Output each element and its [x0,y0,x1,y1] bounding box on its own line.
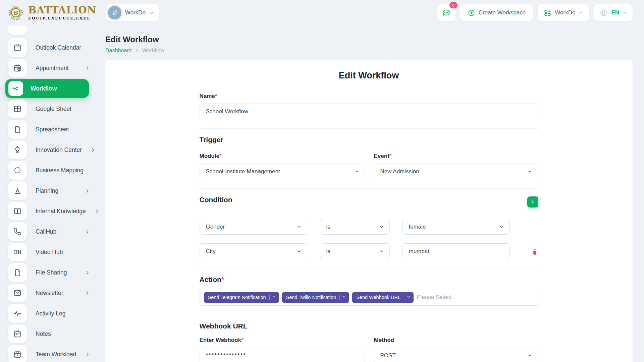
close-icon [407,296,410,299]
workdo-apps-menu[interactable]: WorkDo [538,4,589,21]
sidebar-item-innovation-center[interactable]: Innovation Center [8,140,103,159]
file-icon [8,120,27,139]
module-select[interactable]: School-Institute Management [200,164,365,179]
create-workspace-button[interactable]: Create Workspace [460,4,533,21]
file-icon [8,263,27,282]
chevron-down-icon [379,249,384,254]
webhook-url-input[interactable] [200,348,365,362]
plus-circle-icon [468,9,475,17]
condition-operator-select[interactable]: is [320,243,390,259]
sidebar-item-business-mapping[interactable]: Business Mapping [8,161,103,180]
chevron-right-icon [85,66,90,71]
name-input[interactable] [200,104,538,119]
sidebar-item-video-hub[interactable]: Video Hub [8,243,103,261]
chevron-right-icon [85,188,90,193]
condition-value-input[interactable] [402,243,510,259]
delete-condition-button[interactable] [531,248,538,255]
action-tag-label: Send Telegram Notification [208,295,266,300]
book-icon [8,202,27,221]
activity-icon [8,304,27,323]
sidebar-item-notes[interactable]: Notes [8,324,103,343]
sidebar-item-label: Spreadsheet [36,126,69,133]
trash-icon [531,248,538,255]
condition-field-value: Gender [206,224,225,230]
action-search-input[interactable] [417,294,534,301]
trigger-heading: Trigger [200,136,538,144]
sidebar-item-spreadsheet[interactable]: Spreadsheet [8,120,103,139]
sidebar-item-newsletter[interactable]: Newsletter [8,284,103,302]
breadcrumb: Dashboard Workflow [105,48,644,54]
sidebar-item-label: CallHub [36,228,56,235]
sidebar-item-label: Video Hub [36,249,63,256]
tag-divider [404,295,404,300]
chevron-right-icon [85,352,90,357]
sidebar-item-activity-log[interactable]: Activity Log [8,304,103,323]
action-tag-label: Send Webhook URL [356,295,400,300]
condition-operator-value: is [326,224,330,230]
messenger-button[interactable]: 0 [437,4,455,21]
sidebar-item-google-sheet[interactable]: Google Sheet [8,100,103,118]
sidebar-item-label: Newsletter [36,290,63,297]
language-code: EN [611,9,619,16]
action-heading: Action* [200,276,538,284]
workflow-icon [8,81,23,96]
condition-field-select[interactable]: City [200,243,307,259]
language-selector[interactable]: EN [594,4,633,21]
sidebar-item-callhub[interactable]: CallHub [8,222,103,241]
chevron-down-icon [354,169,359,174]
table-icon [8,100,27,118]
sidebar-item-team-workload[interactable]: Team Workload [8,345,103,362]
sidebar-item-label: Planning [36,187,58,194]
workspace-selector[interactable]: WorkDo [106,4,159,21]
chevron-down-icon [149,10,154,15]
required-mark: * [241,337,244,343]
tag-divider [269,295,270,300]
sidebar-item-appointment[interactable]: Appointment [8,59,103,77]
notification-badge: 0 [449,2,458,8]
chevron-down-icon [528,169,533,174]
sidebar-item-label: Innovation Center [36,146,82,154]
chevron-down-icon [623,10,627,15]
close-icon [342,296,346,299]
tag-divider [339,295,340,300]
edit-workflow-card: Edit Workflow Name* Trigger Module* Scho… [105,60,633,362]
brand-tagline: EQUIP,EXECUTE,EXEL [28,16,96,20]
sidebar-item-outlook-calendar[interactable]: Outlook Calendar [8,38,103,57]
method-select[interactable]: POST [374,348,538,362]
close-icon [272,296,276,299]
enter-webhook-label: Enter Webhook* [200,337,365,344]
mail-icon [8,284,27,302]
chevron-down-icon [297,224,302,229]
breadcrumb-dashboard-link[interactable]: Dashboard [105,48,131,54]
event-select-value: New Admission [380,168,419,175]
sidebar-item-partial[interactable] [8,25,27,36]
section-divider [200,128,538,129]
chevron-right-icon [85,270,90,275]
condition-operator-select[interactable]: is [320,219,390,235]
section-divider [200,188,538,189]
event-select[interactable]: New Admission [374,164,538,179]
chevron-down-icon [579,10,583,15]
chevron-right-icon [85,291,90,296]
brand-logo: B BATTALION EQUIP,EXECUTE,EXEL [7,4,106,22]
tag-remove-button[interactable] [407,296,414,299]
calendar-icon [8,38,27,57]
tag-remove-button[interactable] [342,296,349,299]
tag-remove-button[interactable] [272,296,279,299]
condition-field-select[interactable]: Gender [200,219,307,235]
required-mark: * [221,276,224,283]
condition-value-select[interactable]: female [402,219,510,235]
video-camera-icon [8,243,27,261]
sidebar-item-planning[interactable]: Planning [8,181,103,200]
chevron-right-icon [85,229,90,234]
action-multiselect[interactable]: Send Telegram Notification Send Twilio N… [200,289,538,306]
sidebar-item-internal-knowledge[interactable]: Internal Knowledge [8,202,103,221]
phone-icon [8,222,27,241]
sidebar-item-workflow[interactable]: Workflow [5,79,89,98]
sidebar-item-file-sharing[interactable]: File Sharing [8,263,103,282]
workdo-menu-label: WorkDo [555,9,575,16]
workspace-name: WorkDo [125,9,146,16]
chevron-right-icon [135,49,139,53]
condition-field-value: City [206,248,216,255]
add-condition-button[interactable] [527,196,538,207]
